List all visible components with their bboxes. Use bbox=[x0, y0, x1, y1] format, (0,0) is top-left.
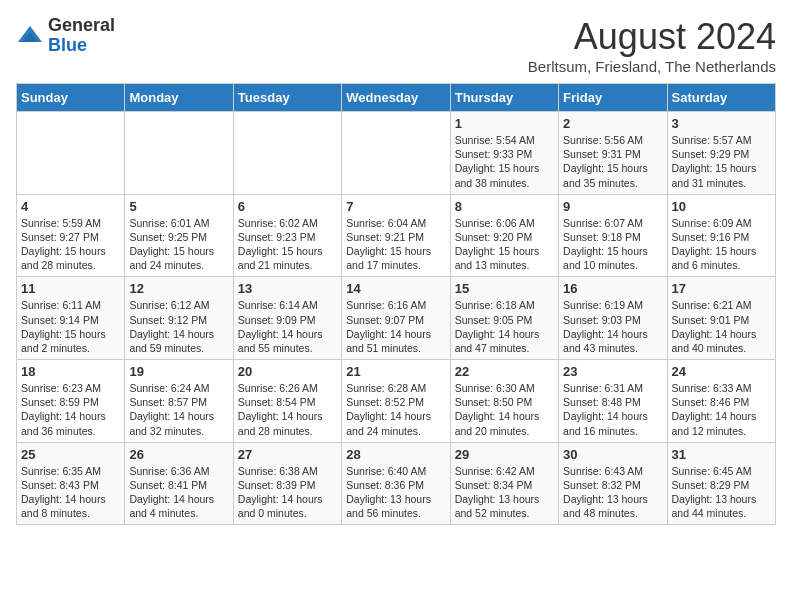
day-info: Sunrise: 6:23 AM Sunset: 8:59 PM Dayligh… bbox=[21, 381, 120, 438]
day-info: Sunrise: 6:12 AM Sunset: 9:12 PM Dayligh… bbox=[129, 298, 228, 355]
day-info: Sunrise: 6:11 AM Sunset: 9:14 PM Dayligh… bbox=[21, 298, 120, 355]
calendar-cell: 26Sunrise: 6:36 AM Sunset: 8:41 PM Dayli… bbox=[125, 442, 233, 525]
day-info: Sunrise: 6:28 AM Sunset: 8:52 PM Dayligh… bbox=[346, 381, 445, 438]
day-number: 17 bbox=[672, 281, 771, 296]
day-number: 11 bbox=[21, 281, 120, 296]
calendar-cell: 30Sunrise: 6:43 AM Sunset: 8:32 PM Dayli… bbox=[559, 442, 667, 525]
days-of-week-row: SundayMondayTuesdayWednesdayThursdayFrid… bbox=[17, 84, 776, 112]
calendar-week-row: 4Sunrise: 5:59 AM Sunset: 9:27 PM Daylig… bbox=[17, 194, 776, 277]
day-info: Sunrise: 6:42 AM Sunset: 8:34 PM Dayligh… bbox=[455, 464, 554, 521]
calendar-cell: 9Sunrise: 6:07 AM Sunset: 9:18 PM Daylig… bbox=[559, 194, 667, 277]
title-block: August 2024 Berltsum, Friesland, The Net… bbox=[528, 16, 776, 75]
calendar-cell: 23Sunrise: 6:31 AM Sunset: 8:48 PM Dayli… bbox=[559, 360, 667, 443]
day-number: 29 bbox=[455, 447, 554, 462]
day-number: 8 bbox=[455, 199, 554, 214]
month-title: August 2024 bbox=[528, 16, 776, 58]
day-number: 27 bbox=[238, 447, 337, 462]
logo-text: General Blue bbox=[48, 16, 115, 56]
calendar-cell bbox=[125, 112, 233, 195]
day-number: 30 bbox=[563, 447, 662, 462]
day-number: 10 bbox=[672, 199, 771, 214]
calendar-week-row: 25Sunrise: 6:35 AM Sunset: 8:43 PM Dayli… bbox=[17, 442, 776, 525]
calendar-cell: 16Sunrise: 6:19 AM Sunset: 9:03 PM Dayli… bbox=[559, 277, 667, 360]
day-info: Sunrise: 6:09 AM Sunset: 9:16 PM Dayligh… bbox=[672, 216, 771, 273]
day-info: Sunrise: 6:16 AM Sunset: 9:07 PM Dayligh… bbox=[346, 298, 445, 355]
calendar-cell: 21Sunrise: 6:28 AM Sunset: 8:52 PM Dayli… bbox=[342, 360, 450, 443]
day-info: Sunrise: 6:26 AM Sunset: 8:54 PM Dayligh… bbox=[238, 381, 337, 438]
calendar-cell: 22Sunrise: 6:30 AM Sunset: 8:50 PM Dayli… bbox=[450, 360, 558, 443]
day-info: Sunrise: 6:30 AM Sunset: 8:50 PM Dayligh… bbox=[455, 381, 554, 438]
day-info: Sunrise: 6:36 AM Sunset: 8:41 PM Dayligh… bbox=[129, 464, 228, 521]
calendar-header: SundayMondayTuesdayWednesdayThursdayFrid… bbox=[17, 84, 776, 112]
day-number: 18 bbox=[21, 364, 120, 379]
day-info: Sunrise: 5:57 AM Sunset: 9:29 PM Dayligh… bbox=[672, 133, 771, 190]
day-info: Sunrise: 6:24 AM Sunset: 8:57 PM Dayligh… bbox=[129, 381, 228, 438]
day-number: 15 bbox=[455, 281, 554, 296]
day-of-week-header: Friday bbox=[559, 84, 667, 112]
calendar-cell: 4Sunrise: 5:59 AM Sunset: 9:27 PM Daylig… bbox=[17, 194, 125, 277]
day-number: 20 bbox=[238, 364, 337, 379]
calendar-cell: 2Sunrise: 5:56 AM Sunset: 9:31 PM Daylig… bbox=[559, 112, 667, 195]
day-info: Sunrise: 5:59 AM Sunset: 9:27 PM Dayligh… bbox=[21, 216, 120, 273]
calendar-cell: 8Sunrise: 6:06 AM Sunset: 9:20 PM Daylig… bbox=[450, 194, 558, 277]
calendar-cell: 14Sunrise: 6:16 AM Sunset: 9:07 PM Dayli… bbox=[342, 277, 450, 360]
calendar-week-row: 18Sunrise: 6:23 AM Sunset: 8:59 PM Dayli… bbox=[17, 360, 776, 443]
day-info: Sunrise: 6:07 AM Sunset: 9:18 PM Dayligh… bbox=[563, 216, 662, 273]
day-number: 19 bbox=[129, 364, 228, 379]
day-info: Sunrise: 6:19 AM Sunset: 9:03 PM Dayligh… bbox=[563, 298, 662, 355]
day-info: Sunrise: 6:02 AM Sunset: 9:23 PM Dayligh… bbox=[238, 216, 337, 273]
location-subtitle: Berltsum, Friesland, The Netherlands bbox=[528, 58, 776, 75]
day-info: Sunrise: 6:21 AM Sunset: 9:01 PM Dayligh… bbox=[672, 298, 771, 355]
day-number: 3 bbox=[672, 116, 771, 131]
calendar-cell: 5Sunrise: 6:01 AM Sunset: 9:25 PM Daylig… bbox=[125, 194, 233, 277]
day-of-week-header: Wednesday bbox=[342, 84, 450, 112]
calendar-cell: 7Sunrise: 6:04 AM Sunset: 9:21 PM Daylig… bbox=[342, 194, 450, 277]
day-number: 4 bbox=[21, 199, 120, 214]
day-info: Sunrise: 6:40 AM Sunset: 8:36 PM Dayligh… bbox=[346, 464, 445, 521]
day-of-week-header: Thursday bbox=[450, 84, 558, 112]
calendar-cell: 3Sunrise: 5:57 AM Sunset: 9:29 PM Daylig… bbox=[667, 112, 775, 195]
day-info: Sunrise: 6:14 AM Sunset: 9:09 PM Dayligh… bbox=[238, 298, 337, 355]
day-number: 21 bbox=[346, 364, 445, 379]
calendar-cell: 6Sunrise: 6:02 AM Sunset: 9:23 PM Daylig… bbox=[233, 194, 341, 277]
calendar-cell: 24Sunrise: 6:33 AM Sunset: 8:46 PM Dayli… bbox=[667, 360, 775, 443]
calendar-cell bbox=[233, 112, 341, 195]
day-number: 5 bbox=[129, 199, 228, 214]
day-info: Sunrise: 6:18 AM Sunset: 9:05 PM Dayligh… bbox=[455, 298, 554, 355]
day-of-week-header: Sunday bbox=[17, 84, 125, 112]
day-of-week-header: Saturday bbox=[667, 84, 775, 112]
day-info: Sunrise: 6:06 AM Sunset: 9:20 PM Dayligh… bbox=[455, 216, 554, 273]
calendar-week-row: 1Sunrise: 5:54 AM Sunset: 9:33 PM Daylig… bbox=[17, 112, 776, 195]
calendar-cell: 13Sunrise: 6:14 AM Sunset: 9:09 PM Dayli… bbox=[233, 277, 341, 360]
day-number: 24 bbox=[672, 364, 771, 379]
logo: General Blue bbox=[16, 16, 115, 56]
logo-general-text: General bbox=[48, 16, 115, 36]
day-info: Sunrise: 5:54 AM Sunset: 9:33 PM Dayligh… bbox=[455, 133, 554, 190]
day-number: 26 bbox=[129, 447, 228, 462]
day-number: 7 bbox=[346, 199, 445, 214]
calendar-body: 1Sunrise: 5:54 AM Sunset: 9:33 PM Daylig… bbox=[17, 112, 776, 525]
calendar-cell: 19Sunrise: 6:24 AM Sunset: 8:57 PM Dayli… bbox=[125, 360, 233, 443]
calendar-cell: 15Sunrise: 6:18 AM Sunset: 9:05 PM Dayli… bbox=[450, 277, 558, 360]
day-info: Sunrise: 6:33 AM Sunset: 8:46 PM Dayligh… bbox=[672, 381, 771, 438]
calendar-table: SundayMondayTuesdayWednesdayThursdayFrid… bbox=[16, 83, 776, 525]
calendar-cell: 10Sunrise: 6:09 AM Sunset: 9:16 PM Dayli… bbox=[667, 194, 775, 277]
day-info: Sunrise: 6:43 AM Sunset: 8:32 PM Dayligh… bbox=[563, 464, 662, 521]
calendar-cell: 28Sunrise: 6:40 AM Sunset: 8:36 PM Dayli… bbox=[342, 442, 450, 525]
day-number: 1 bbox=[455, 116, 554, 131]
day-number: 22 bbox=[455, 364, 554, 379]
calendar-cell bbox=[17, 112, 125, 195]
calendar-cell: 1Sunrise: 5:54 AM Sunset: 9:33 PM Daylig… bbox=[450, 112, 558, 195]
day-number: 31 bbox=[672, 447, 771, 462]
calendar-cell: 18Sunrise: 6:23 AM Sunset: 8:59 PM Dayli… bbox=[17, 360, 125, 443]
page-header: General Blue August 2024 Berltsum, Fries… bbox=[16, 16, 776, 75]
calendar-cell: 12Sunrise: 6:12 AM Sunset: 9:12 PM Dayli… bbox=[125, 277, 233, 360]
day-number: 14 bbox=[346, 281, 445, 296]
day-number: 16 bbox=[563, 281, 662, 296]
day-number: 13 bbox=[238, 281, 337, 296]
day-number: 25 bbox=[21, 447, 120, 462]
calendar-cell: 17Sunrise: 6:21 AM Sunset: 9:01 PM Dayli… bbox=[667, 277, 775, 360]
calendar-cell: 29Sunrise: 6:42 AM Sunset: 8:34 PM Dayli… bbox=[450, 442, 558, 525]
day-number: 6 bbox=[238, 199, 337, 214]
day-info: Sunrise: 6:45 AM Sunset: 8:29 PM Dayligh… bbox=[672, 464, 771, 521]
